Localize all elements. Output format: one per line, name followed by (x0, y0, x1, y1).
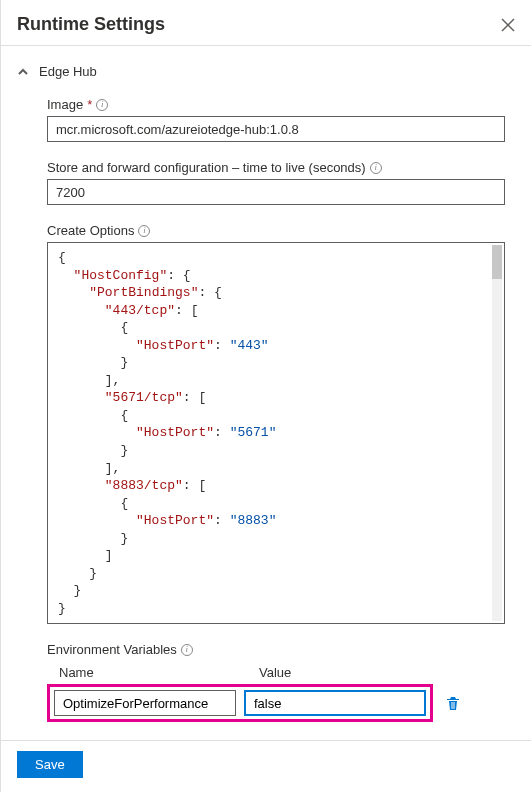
env-vars-label-text: Environment Variables (47, 642, 177, 657)
json-key: "8883/tcp" (105, 478, 183, 493)
info-icon[interactable]: i (138, 225, 150, 237)
image-label-text: Image (47, 97, 83, 112)
panel-content[interactable]: Edge Hub Image * i Store and forward con… (1, 46, 531, 740)
info-icon[interactable]: i (96, 99, 108, 111)
ttl-field-group: Store and forward configuration – time t… (47, 160, 523, 205)
json-value: "443" (230, 338, 269, 353)
info-icon[interactable]: i (370, 162, 382, 174)
json-key: "HostPort" (136, 513, 214, 528)
required-asterisk: * (87, 97, 92, 112)
panel-title: Runtime Settings (17, 14, 165, 35)
json-value: "8883" (230, 513, 277, 528)
env-col-value-header: Value (259, 665, 451, 680)
json-key: "PortBindings" (89, 285, 198, 300)
highlight-box (47, 684, 433, 722)
json-key: "443/tcp" (105, 303, 175, 318)
env-col-name-header: Name (59, 665, 251, 680)
json-key: "5671/tcp" (105, 390, 183, 405)
env-var-value-input[interactable] (244, 690, 426, 716)
runtime-settings-panel: Runtime Settings Edge Hub Image * i Stor… (0, 0, 531, 792)
image-input[interactable] (47, 116, 505, 142)
code-scrollbar-thumb[interactable] (492, 245, 502, 279)
env-vars-row (47, 684, 523, 722)
chevron-up-icon (17, 66, 29, 78)
json-key: "HostConfig" (74, 268, 168, 283)
section-title: Edge Hub (39, 64, 97, 79)
delete-icon[interactable] (445, 695, 461, 711)
section-toggle-edge-hub[interactable]: Edge Hub (17, 64, 523, 79)
panel-footer: Save (1, 740, 531, 792)
create-options-label: Create Options i (47, 223, 523, 238)
save-button[interactable]: Save (17, 751, 83, 778)
create-options-group: Create Options i { "HostConfig": { "Port… (47, 223, 523, 624)
ttl-label-text: Store and forward configuration – time t… (47, 160, 366, 175)
ttl-input[interactable] (47, 179, 505, 205)
code-scrollbar-track (492, 245, 502, 621)
panel-header: Runtime Settings (1, 0, 531, 46)
env-vars-header-row: Name Value (47, 661, 523, 684)
json-key: "HostPort" (136, 425, 214, 440)
json-key: "HostPort" (136, 338, 214, 353)
create-options-editor[interactable]: { "HostConfig": { "PortBindings": { "443… (47, 242, 505, 624)
image-label: Image * i (47, 97, 523, 112)
info-icon[interactable]: i (181, 644, 193, 656)
env-vars-group: Environment Variables i Name Value (47, 642, 523, 722)
create-options-label-text: Create Options (47, 223, 134, 238)
ttl-label: Store and forward configuration – time t… (47, 160, 523, 175)
close-icon[interactable] (501, 18, 515, 32)
env-var-name-input[interactable] (54, 690, 236, 716)
env-vars-label: Environment Variables i (47, 642, 523, 657)
json-value: "5671" (230, 425, 277, 440)
image-field-group: Image * i (47, 97, 523, 142)
